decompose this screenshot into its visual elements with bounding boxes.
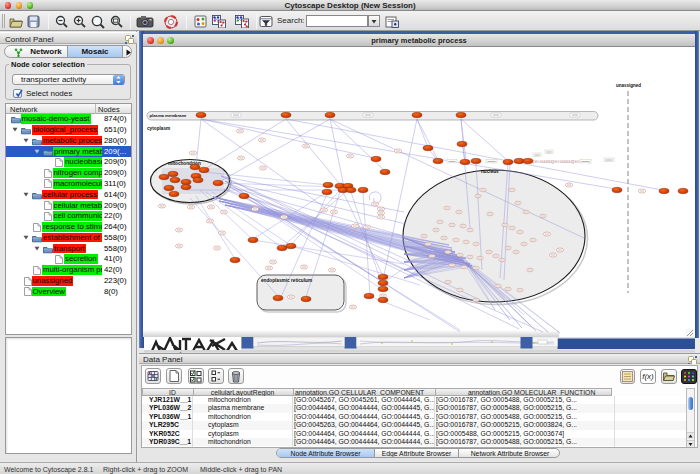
svg-text:endoplasmic reticulum: endoplasmic reticulum: [261, 278, 312, 283]
svg-text:cytoplasm: cytoplasm: [147, 126, 170, 131]
svg-text:plasma membrane: plasma membrane: [150, 113, 187, 118]
svg-text:unassigned: unassigned: [616, 83, 641, 88]
svg-text:nucleus: nucleus: [481, 169, 499, 174]
